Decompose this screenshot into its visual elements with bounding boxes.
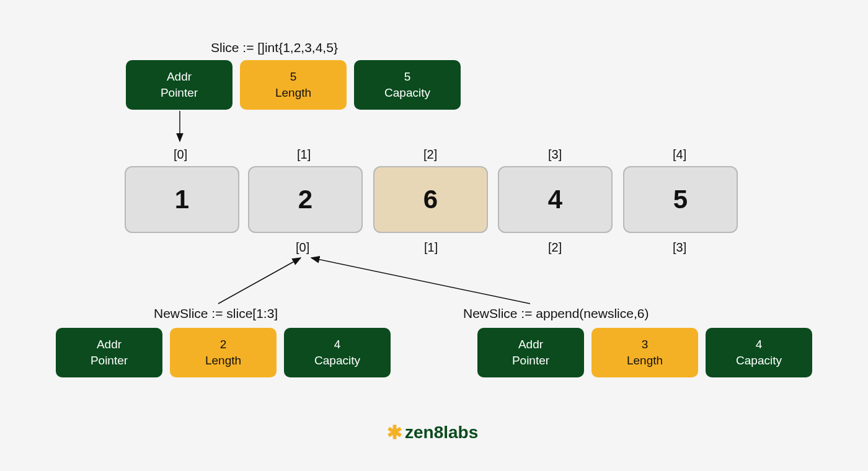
left-header-pointer: Addr Pointer [56, 328, 162, 377]
pointer-value: Addr [167, 69, 192, 85]
array-cell-3: 4 [498, 166, 613, 233]
top-header-pointer: Addr Pointer [126, 60, 232, 110]
logo: ✱ zen8labs [387, 421, 478, 443]
right-header-pointer: Addr Pointer [477, 328, 584, 377]
pointer-value: Addr [518, 337, 543, 353]
logo-text: zen8labs [405, 423, 478, 442]
length-label: Length [627, 353, 663, 369]
right-header-capacity: 4 Capacity [706, 328, 812, 377]
code-newslice-right: NewSlice := append(newslice,6) [463, 306, 649, 321]
length-label: Length [275, 85, 311, 101]
pointer-value: Addr [97, 337, 122, 353]
length-value: 2 [220, 337, 227, 353]
left-header-length: 2 Length [170, 328, 277, 377]
left-header-capacity: 4 Capacity [284, 328, 391, 377]
capacity-label: Capacity [314, 353, 360, 369]
array-index-top-1: [1] [297, 147, 311, 162]
length-value: 3 [642, 337, 649, 353]
array-cell-0: 1 [125, 166, 239, 233]
pointer-label: Pointer [91, 353, 128, 369]
array-index-top-3: [3] [548, 147, 562, 162]
slice-diagram: Slice := []int{1,2,3,4,5} Addr Pointer 5… [0, 0, 868, 471]
code-slice-declaration: Slice := []int{1,2,3,4,5} [211, 40, 338, 55]
arrow-left-newslice [218, 258, 301, 304]
array-index-bottom-0: [0] [296, 240, 309, 255]
array-index-top-0: [0] [174, 147, 187, 162]
array-cell-4: 5 [623, 166, 738, 233]
capacity-value: 5 [404, 69, 411, 85]
top-header-length: 5 Length [240, 60, 347, 110]
array-index-top-4: [4] [673, 147, 686, 162]
array-index-bottom-3: [3] [673, 240, 686, 255]
capacity-label: Capacity [384, 85, 430, 101]
code-newslice-left: NewSlice := slice[1:3] [154, 306, 278, 321]
array-index-bottom-2: [2] [548, 240, 562, 255]
arrow-right-newslice [311, 258, 530, 304]
array-index-top-2: [2] [423, 147, 437, 162]
array-index-bottom-1: [1] [424, 240, 438, 255]
array-cell-2: 6 [373, 166, 488, 233]
right-header-length: 3 Length [591, 328, 698, 377]
capacity-value: 4 [334, 337, 341, 353]
length-label: Length [205, 353, 241, 369]
length-value: 5 [290, 69, 297, 85]
asterisk-icon: ✱ [387, 421, 402, 443]
top-header-capacity: 5 Capacity [354, 60, 461, 110]
pointer-label: Pointer [161, 85, 198, 101]
pointer-label: Pointer [512, 353, 549, 369]
capacity-value: 4 [756, 337, 763, 353]
capacity-label: Capacity [736, 353, 782, 369]
array-cell-1: 2 [248, 166, 363, 233]
